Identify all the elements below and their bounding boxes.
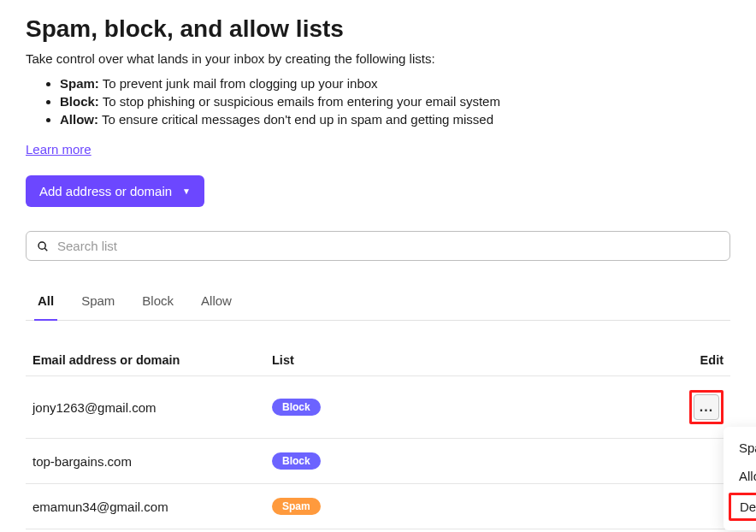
menu-item-spam[interactable]: Spam [724, 434, 756, 462]
bullet-block: Block: To stop phishing or suspicious em… [60, 94, 730, 109]
list-pill-block: Block [272, 399, 321, 416]
svg-point-0 [38, 242, 45, 249]
cell-address: emamun34@gmail.com [32, 499, 272, 514]
add-address-button[interactable]: Add address or domain ▼ [26, 175, 204, 207]
search-icon [37, 240, 49, 252]
search-container [26, 231, 730, 261]
tab-spam[interactable]: Spam [81, 293, 115, 320]
intro-text: Take control over what lands in your inb… [26, 51, 730, 66]
bullet-allow: Allow: To ensure critical messages don't… [60, 112, 730, 127]
cell-address: top-bargains.com [32, 454, 272, 469]
svg-line-1 [44, 248, 47, 251]
bullet-spam: Spam: To prevent junk mail from clogging… [60, 76, 730, 91]
tab-allow[interactable]: Allow [201, 293, 232, 320]
cell-list: Block [272, 452, 672, 470]
cell-list: Block [272, 399, 672, 416]
col-header-address: Email address or domain [32, 353, 272, 367]
tab-all[interactable]: All [38, 293, 54, 320]
col-header-edit: Edit [672, 353, 724, 367]
page-title: Spam, block, and allow lists [26, 15, 730, 43]
col-header-list: List [272, 353, 672, 367]
highlight-box: ... [689, 390, 724, 424]
row-menu-button[interactable]: ... [694, 394, 719, 420]
menu-item-delete[interactable]: Delete [729, 493, 756, 521]
caret-down-icon: ▼ [182, 186, 191, 196]
cell-list: Spam [272, 498, 672, 515]
search-input[interactable] [57, 239, 719, 253]
cell-edit: ... [672, 390, 724, 424]
tab-bar: All Spam Block Allow [26, 293, 730, 321]
tab-block[interactable]: Block [142, 293, 174, 320]
list-pill-block: Block [272, 452, 321, 470]
table-row: emamun34@gmail.com Spam [26, 484, 730, 529]
feature-bullets: Spam: To prevent junk mail from clogging… [26, 76, 730, 127]
add-button-label: Add address or domain [39, 184, 172, 198]
cell-address: jony1263@gmail.com [32, 400, 272, 415]
menu-item-allow[interactable]: Allow [724, 462, 756, 490]
row-context-menu: Spam Allow Delete [724, 427, 756, 530]
table-row: jony1263@gmail.com Block ... [26, 376, 730, 439]
list-pill-spam: Spam [272, 498, 321, 515]
list-table: Email address or domain List Edit jony12… [26, 341, 730, 529]
table-row: top-bargains.com Block [26, 439, 730, 484]
learn-more-link[interactable]: Learn more [26, 142, 92, 157]
table-header-row: Email address or domain List Edit [26, 341, 730, 376]
